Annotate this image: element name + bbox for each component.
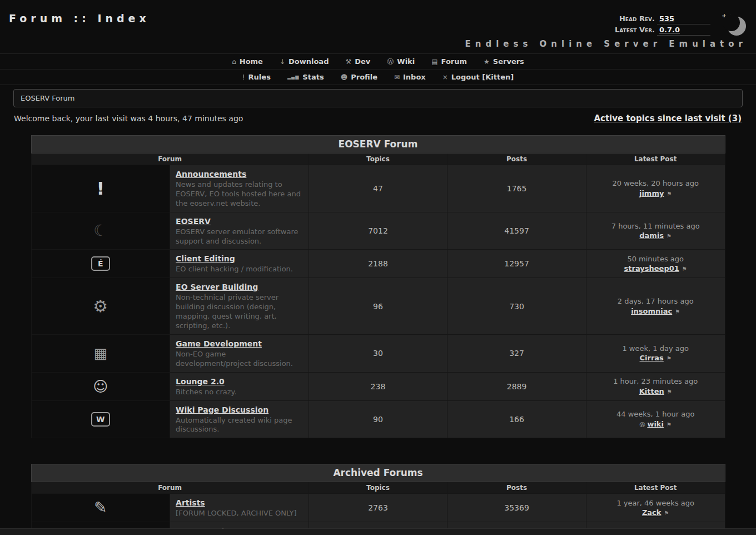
latest-post-user-link[interactable]: insomniac [631,307,672,315]
goto-post-icon[interactable]: ⚑ [667,422,672,428]
posts-count: 2889 [447,372,586,400]
latest-post-user-link[interactable]: damis [639,231,664,240]
rules-icon: ! [242,74,245,81]
forum-link[interactable]: EO Server Building [176,283,258,291]
goto-post-icon[interactable]: ⚑ [667,355,672,361]
column-header-latest-post: Latest Post [586,153,725,165]
forum-row: ☺ Lounge 2.0 Bitches no crazy. 238 2889 … [31,372,725,400]
nav-wiki-label: Wiki [397,57,415,66]
goto-post-icon[interactable]: ⚑ [667,191,672,197]
latest-post-user-link[interactable]: straysheep01 [624,264,679,273]
eoserv-logo: ++ [720,12,748,40]
forum-icon-cell: ✎ [31,494,170,522]
latest-post-user-link[interactable]: Cirras [640,354,664,362]
forum-link[interactable]: Announcements [176,170,246,179]
nav-dev[interactable]: ⚒ Dev [345,57,370,66]
forum-row: ▦ Game Development Non-EO game developme… [31,334,725,372]
latest-post-user-link[interactable]: Kitten [639,387,664,395]
latest-post-time: 2 days, 17 hours ago [589,296,723,306]
forum-link[interactable]: EOSERV [176,217,211,226]
breadcrumb-forum-link[interactable]: EOSERV Forum [21,94,74,102]
topics-count: 7012 [309,212,447,250]
latest-post-user-line: damis⚑ [589,231,723,241]
latest-post-time: 7 hours, 11 minutes ago [589,221,723,231]
download-icon: ↓ [280,58,285,65]
nav-dev-label: Dev [355,57,370,66]
goto-post-icon[interactable]: ⚑ [664,510,669,516]
topics-count: 2763 [309,494,447,522]
forum-icon-cell: É [31,250,170,278]
forum-icon-cell: ! [31,165,170,212]
footer-strip [0,528,756,535]
column-header-latest-post: Latest Post [586,482,725,494]
nav-servers[interactable]: ★ Servers [484,57,524,66]
nav-stats-label: Stats [302,73,324,81]
latest-post-cell: 2 days, 17 hours ago insomniac⚑ [586,278,725,335]
topics-count: 90 [309,400,447,438]
latest-post-time: 1 hour, 23 minutes ago [589,377,723,387]
eoserv-icon: ☾ [93,223,107,239]
nav-logout[interactable]: × Logout [Kitten] [442,73,514,81]
wiki-icon: Ⓦ [387,58,394,65]
latest-post-user-line: Kitten⚑ [589,387,723,397]
column-header-topics: Topics [309,153,447,165]
forum-row: É Client Editing EO client hacking / mod… [31,250,725,278]
forum-icon-cell: ⚙ [31,278,170,335]
forum-link[interactable]: Game Development [176,339,262,348]
client-editing-icon: É [91,256,110,271]
forum-link[interactable]: Artists [176,498,205,507]
latest-post-cell: 20 weeks, 20 hours ago jimmy⚑ [586,165,725,212]
nav-profile[interactable]: ☻ Profile [341,73,377,81]
goto-post-icon[interactable]: ⚑ [675,309,680,315]
forum-icon-cell: W [31,400,170,438]
forum-link[interactable]: Wiki Page Discussion [176,405,268,414]
nav-download[interactable]: ↓ Download [280,57,329,66]
forum-icon-cell: ▦ [31,334,170,372]
moon-icon [727,17,746,36]
eoserv-forum-table: EOSERV Forum Forum Topics Posts Latest P… [31,135,725,438]
nav-home-label: Home [240,57,263,66]
posts-count: 35369 [447,494,586,522]
goto-post-icon[interactable]: ⚑ [667,389,672,395]
servers-icon: ★ [484,58,490,65]
nav-forum-label: Forum [441,57,467,66]
latest-post-user-link[interactable]: Zack [642,508,662,517]
forum-link[interactable]: Client Editing [176,254,235,263]
column-header-posts: Posts [447,153,586,165]
nav-download-label: Download [289,57,329,66]
goto-post-icon[interactable]: ⚑ [682,266,687,272]
lounge2-icon: ☺ [93,379,108,394]
server-building-icon: ⚙ [93,298,108,315]
nav-forum[interactable]: ▤ Forum [431,57,467,66]
forum-description: Automatically created wiki page discussi… [176,416,303,435]
latest-post-user-link[interactable]: wiki [647,420,664,428]
forum-row: ⚙ EO Server Building Non-technical priva… [31,278,725,335]
forum-description: [FORUM LOCKED, ARCHIVE ONLY] [176,509,303,518]
nav-rules[interactable]: ! Rules [242,73,271,81]
latest-post-time: 50 minutes ago [589,254,723,264]
nav-inbox[interactable]: ✉ Inbox [394,73,426,81]
latest-ver-link[interactable]: 0.7.0 [659,26,680,34]
forum-name-cell: Client Editing EO client hacking / modif… [170,250,309,278]
announcements-icon: ! [97,180,105,197]
forum-link[interactable]: Lounge 2.0 [176,377,225,386]
forum-icon: ▤ [431,58,437,65]
forum-icon-cell: ☾ [31,212,170,250]
latest-post-cell: 7 hours, 11 minutes ago damis⚑ [586,212,725,250]
nav-stats[interactable]: ▂▄▆ Stats [287,73,324,81]
welcome-row: Welcome back, your last visit was 4 hour… [14,113,742,123]
column-header-topics: Topics [309,482,447,494]
forum-name-cell: EOSERV EOSERV server emulator software s… [170,212,309,250]
latest-post-cell: 1 hour, 23 minutes ago Kitten⚑ [586,372,725,400]
profile-icon: ☻ [341,74,348,81]
forum-description: Non-technical private server building di… [176,293,303,331]
active-topics-link[interactable]: Active topics since last visit (3) [594,113,742,123]
welcome-text: Welcome back, your last visit was 4 hour… [14,114,243,123]
nav-wiki[interactable]: Ⓦ Wiki [387,57,415,66]
table-title: Archived Forums [31,464,725,482]
posts-count: 327 [447,334,586,372]
latest-post-user-link[interactable]: jimmy [639,189,664,197]
goto-post-icon[interactable]: ⚑ [667,233,672,239]
head-rev-link[interactable]: 535 [659,14,674,23]
nav-home[interactable]: ⌂ Home [232,57,263,66]
